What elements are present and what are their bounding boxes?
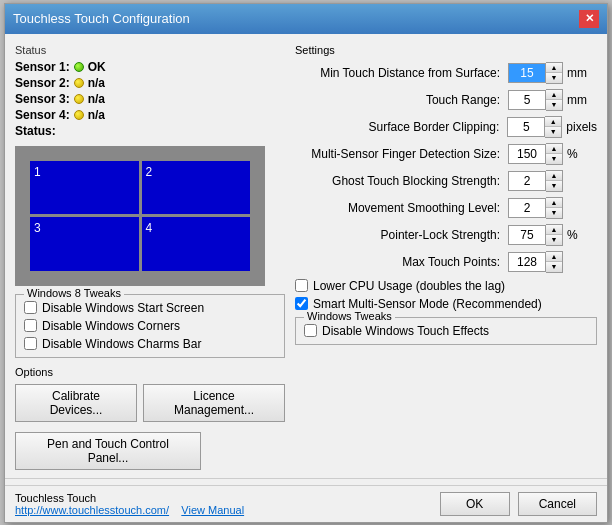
sensor-row-1: Sensor 1: OK bbox=[15, 60, 285, 74]
title-bar: Touchless Touch Configuration ✕ bbox=[5, 4, 607, 34]
left-panel: Status Sensor 1: OK Sensor 2: n/a Sensor… bbox=[15, 44, 285, 422]
ghost-touch-spinbtns: ▲ ▼ bbox=[546, 170, 563, 192]
bottom-right-buttons: OK Cancel bbox=[440, 492, 597, 516]
disable-charms-label: Disable Windows Charms Bar bbox=[42, 337, 201, 351]
setting-row-min-touch: Min Touch Distance from Surface: ▲ ▼ mm bbox=[295, 62, 597, 84]
win8-cb-row-3: Disable Windows Charms Bar bbox=[24, 337, 276, 351]
view-manual-link[interactable]: View Manual bbox=[181, 504, 244, 516]
smoothing-input[interactable] bbox=[508, 198, 546, 218]
settings-checkboxes: Lower CPU Usage (doubles the lag) Smart … bbox=[295, 279, 597, 311]
border-clip-up[interactable]: ▲ bbox=[545, 117, 561, 127]
sensor-2-led bbox=[74, 78, 84, 88]
pointer-lock-input[interactable] bbox=[508, 225, 546, 245]
setting-row-touch-range: Touch Range: ▲ ▼ mm bbox=[295, 89, 597, 111]
setting-row-border-clip: Surface Border Clipping: ▲ ▼ pixels bbox=[295, 116, 597, 138]
windows8-tweaks-group: Windows 8 Tweaks Disable Windows Start S… bbox=[15, 294, 285, 358]
smoothing-up[interactable]: ▲ bbox=[546, 198, 562, 208]
windows8-tweaks-title: Windows 8 Tweaks bbox=[24, 287, 124, 299]
cpu-usage-row: Lower CPU Usage (doubles the lag) bbox=[295, 279, 597, 293]
smoothing-spin: ▲ ▼ bbox=[508, 197, 563, 219]
ghost-touch-spin: ▲ ▼ bbox=[508, 170, 563, 192]
windows-tweaks-right-group: Windows Tweaks Disable Windows Touch Eff… bbox=[295, 317, 597, 345]
border-clip-label: Surface Border Clipping: bbox=[295, 120, 503, 134]
pointer-lock-spinbtns: ▲ ▼ bbox=[546, 224, 563, 246]
sensor-cell-3: 3 bbox=[30, 217, 139, 271]
ghost-touch-label: Ghost Touch Blocking Strength: bbox=[295, 174, 504, 188]
win-touch-effects-row: Disable Windows Touch Effects bbox=[304, 324, 588, 338]
touch-range-unit: mm bbox=[567, 93, 597, 107]
calibrate-button[interactable]: Calibrate Devices... bbox=[15, 384, 137, 422]
ghost-touch-down[interactable]: ▼ bbox=[546, 181, 562, 191]
bottom-left: Touchless Touch http://www.touchlesstouc… bbox=[15, 492, 244, 516]
pen-touch-button[interactable]: Pen and Touch Control Panel... bbox=[15, 432, 201, 470]
finger-detect-down[interactable]: ▼ bbox=[546, 154, 562, 164]
url-link[interactable]: http://www.touchlesstouch.com/ bbox=[15, 504, 169, 516]
max-touch-spin: ▲ ▼ bbox=[508, 251, 563, 273]
lower-cpu-checkbox[interactable] bbox=[295, 279, 308, 292]
finger-detect-input[interactable] bbox=[508, 144, 546, 164]
dialog-title: Touchless Touch Configuration bbox=[13, 11, 190, 26]
bottom-divider bbox=[5, 478, 607, 479]
sensor-row-4: Sensor 4: n/a bbox=[15, 108, 285, 122]
setting-row-finger-detect: Multi-Sensor Finger Detection Size: ▲ ▼ … bbox=[295, 143, 597, 165]
win8-cb-row-1: Disable Windows Start Screen bbox=[24, 301, 276, 315]
max-touch-input[interactable] bbox=[508, 252, 546, 272]
min-touch-label: Min Touch Distance from Surface: bbox=[295, 66, 504, 80]
sensor-grid: Sensor 1: OK Sensor 2: n/a Sensor 3: n/a… bbox=[15, 60, 285, 138]
min-touch-input[interactable] bbox=[508, 63, 546, 83]
options-btn-row: Calibrate Devices... Licence Management.… bbox=[15, 384, 285, 422]
disable-touch-effects-checkbox[interactable] bbox=[304, 324, 317, 337]
max-touch-down[interactable]: ▼ bbox=[546, 262, 562, 272]
finger-detect-spin: ▲ ▼ bbox=[508, 143, 563, 165]
smoothing-label: Movement Smoothing Level: bbox=[295, 201, 504, 215]
settings-section-label: Settings bbox=[295, 44, 597, 56]
cancel-button[interactable]: Cancel bbox=[518, 492, 597, 516]
status-section-label: Status bbox=[15, 44, 285, 56]
smart-mode-row: Smart Multi-Sensor Mode (Recommended) bbox=[295, 297, 597, 311]
touch-range-down[interactable]: ▼ bbox=[546, 100, 562, 110]
touch-range-up[interactable]: ▲ bbox=[546, 90, 562, 100]
sensor-cell-2: 2 bbox=[142, 161, 251, 215]
bottom-bar: Touchless Touch http://www.touchlesstouc… bbox=[5, 485, 607, 522]
finger-detect-up[interactable]: ▲ bbox=[546, 144, 562, 154]
options-section: Options Calibrate Devices... Licence Man… bbox=[15, 366, 285, 422]
pointer-lock-spin: ▲ ▼ bbox=[508, 224, 563, 246]
border-clip-input[interactable] bbox=[507, 117, 545, 137]
finger-detect-unit: % bbox=[567, 147, 597, 161]
border-clip-down[interactable]: ▼ bbox=[545, 127, 561, 137]
sensor-1-label: Sensor 1: bbox=[15, 60, 70, 74]
ghost-touch-up[interactable]: ▲ bbox=[546, 171, 562, 181]
disable-start-screen-checkbox[interactable] bbox=[24, 301, 37, 314]
sensor-3-label: Sensor 3: bbox=[15, 92, 70, 106]
windows-tweaks-right-title: Windows Tweaks bbox=[304, 310, 395, 322]
ghost-touch-input[interactable] bbox=[508, 171, 546, 191]
sensor-map: 1 2 3 4 bbox=[15, 146, 265, 286]
sensor-row-2: Sensor 2: n/a bbox=[15, 76, 285, 90]
border-clip-spin: ▲ ▼ bbox=[507, 116, 562, 138]
sensor-4-value: n/a bbox=[88, 108, 105, 122]
disable-corners-checkbox[interactable] bbox=[24, 319, 37, 332]
finger-detect-label: Multi-Sensor Finger Detection Size: bbox=[295, 147, 504, 161]
min-touch-down[interactable]: ▼ bbox=[546, 73, 562, 83]
max-touch-up[interactable]: ▲ bbox=[546, 252, 562, 262]
sensor-3-led bbox=[74, 94, 84, 104]
pointer-lock-up[interactable]: ▲ bbox=[546, 225, 562, 235]
pointer-lock-down[interactable]: ▼ bbox=[546, 235, 562, 245]
min-touch-spinbtns: ▲ ▼ bbox=[546, 62, 563, 84]
pen-touch-row: Pen and Touch Control Panel... bbox=[5, 432, 607, 478]
close-button[interactable]: ✕ bbox=[579, 10, 599, 28]
licence-button[interactable]: Licence Management... bbox=[143, 384, 285, 422]
setting-row-pointer-lock: Pointer-Lock Strength: ▲ ▼ % bbox=[295, 224, 597, 246]
disable-charms-checkbox[interactable] bbox=[24, 337, 37, 350]
touch-range-spinbtns: ▲ ▼ bbox=[546, 89, 563, 111]
sensor-3-value: n/a bbox=[88, 92, 105, 106]
finger-detect-spinbtns: ▲ ▼ bbox=[546, 143, 563, 165]
ok-button[interactable]: OK bbox=[440, 492, 510, 516]
min-touch-unit: mm bbox=[567, 66, 597, 80]
touch-range-input[interactable] bbox=[508, 90, 546, 110]
smart-mode-checkbox[interactable] bbox=[295, 297, 308, 310]
smoothing-down[interactable]: ▼ bbox=[546, 208, 562, 218]
smart-mode-label: Smart Multi-Sensor Mode (Recommended) bbox=[313, 297, 542, 311]
max-touch-label: Max Touch Points: bbox=[295, 255, 504, 269]
min-touch-up[interactable]: ▲ bbox=[546, 63, 562, 73]
